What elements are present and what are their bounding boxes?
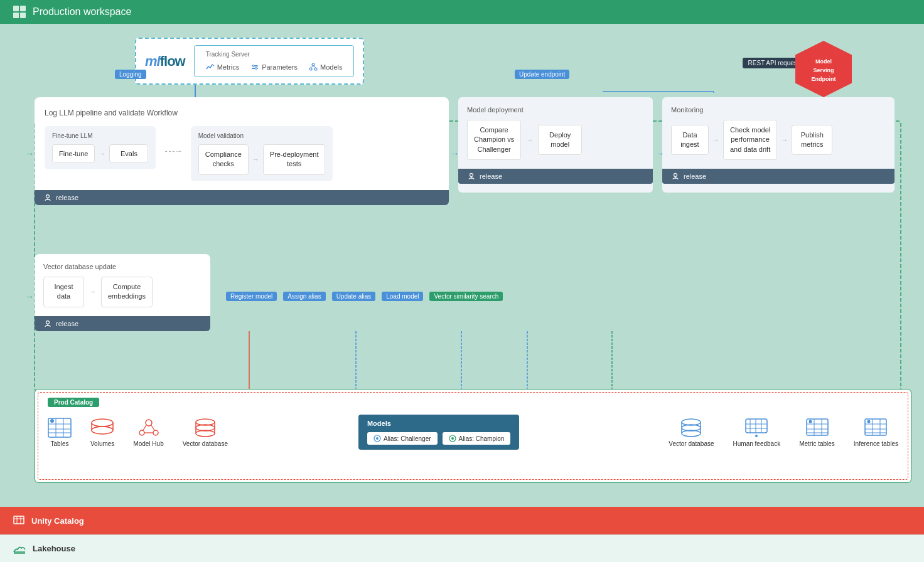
inference-tables-label: Inference tables: [854, 440, 898, 447]
fine-tune-section: Fine-tune LLM Fine-tune → Evals: [45, 126, 156, 169]
svg-point-19: [470, 174, 473, 177]
svg-point-7: [255, 68, 257, 70]
svg-rect-77: [14, 516, 24, 524]
svg-point-37: [139, 430, 144, 435]
register-model-tag: Register model: [226, 292, 277, 301]
dashed-arrow: - - -→: [164, 126, 181, 156]
tables-label: Tables: [51, 440, 69, 447]
mlflow-section: mlflow Tracking Server Metrics Parameter…: [135, 38, 364, 85]
svg-text:Model: Model: [815, 58, 832, 65]
top-bar: Production workspace: [0, 0, 924, 24]
fine-tune-title: Fine-tune LLM: [52, 132, 148, 139]
lakehouse-bar: Lakehouse: [0, 534, 924, 562]
monitoring-release-bar: release: [662, 169, 894, 184]
volumes-label: Volumes: [90, 440, 114, 447]
vector-db-title: Vector database update: [43, 263, 201, 270]
action-tags: Register model Assign alias Update alias…: [226, 292, 503, 301]
lakehouse-title: Lakehouse: [33, 544, 75, 553]
mlflow-logo: mlflow: [145, 53, 185, 70]
prod-catalog-title: Prod Catalog: [48, 398, 99, 407]
svg-point-76: [868, 420, 871, 423]
human-feedback-label: Human feedback: [733, 440, 781, 447]
svg-rect-2: [13, 13, 19, 18]
ingest-data-box: Ingest data: [43, 277, 84, 307]
monitoring-container: Monitoring Data ingest → Check model per…: [662, 97, 894, 193]
publish-metrics-box: Publish metrics: [792, 125, 832, 156]
svg-point-36: [146, 420, 152, 426]
svg-point-31: [50, 419, 54, 423]
evals-box: Evals: [109, 144, 148, 163]
model-validation-title: Model validation: [198, 132, 326, 139]
models-item: Models: [309, 63, 342, 72]
compute-embeddings-box: Compute embeddings: [101, 277, 153, 307]
metrics-item: Metrics: [206, 63, 239, 72]
svg-line-39: [143, 425, 146, 430]
fine-tune-box: Fine-tune: [52, 144, 95, 163]
metric-tables-label: Metric tables: [799, 440, 835, 447]
workflow-title: Log LLM pipeline and validate Workflow: [45, 109, 439, 117]
model-deployment-container: Model deployment Compare Champion vs Cha…: [458, 97, 653, 193]
catalog-human-feedback: Human feedback: [733, 418, 781, 447]
update-alias-tag: Update alias: [332, 292, 376, 301]
prod-catalog-container: Prod Catalog Tables Vo: [35, 389, 911, 483]
alias-champion: Alias: Champion: [443, 432, 511, 445]
alias-row: Alias: Challenger Alias: Champion: [367, 432, 510, 445]
svg-point-21: [674, 174, 677, 177]
catalog-vector-db-right: Vector database: [669, 418, 714, 447]
parameters-item: Parameters: [250, 63, 298, 72]
svg-point-6: [253, 65, 255, 67]
vector-db-update-container: Vector database update Ingest data → Com…: [35, 254, 210, 331]
alias-challenger: Alias: Challenger: [367, 432, 438, 445]
workspace-title: Production workspace: [33, 6, 131, 18]
unity-catalog-title: Unity Catalog: [31, 516, 84, 526]
model-validation-section: Model validation Compliance checks → Pre…: [191, 126, 333, 181]
lakehouse-icon: [13, 543, 26, 554]
models-catalog-box: Models Alias: Challenger Alias: Champion: [358, 415, 519, 450]
vector-database-label: Vector database: [183, 440, 228, 447]
svg-rect-1: [20, 6, 26, 11]
workflow-release-bar: release: [35, 190, 449, 205]
arrow-left-vectordb: →: [25, 292, 34, 302]
check-performance-box: Check model performance and data drift: [723, 120, 777, 160]
svg-point-62: [755, 435, 758, 437]
monitoring-title: Monitoring: [671, 106, 886, 114]
arrow-workflow-deploy: →: [451, 149, 459, 158]
catalog-model-hub: Model Hub: [133, 418, 163, 447]
tracking-server-box: Tracking Server Metrics Parameters Model…: [194, 45, 355, 77]
vector-database-right-label: Vector database: [669, 440, 714, 447]
svg-point-69: [808, 420, 812, 423]
deployment-title: Model deployment: [467, 106, 644, 114]
svg-line-40: [151, 425, 154, 430]
svg-text:Serving: Serving: [813, 67, 834, 73]
tracking-server-label: Tracking Server: [206, 51, 343, 58]
catalog-vector-db: Vector database: [183, 418, 228, 447]
serving-endpoint: Model Serving Endpoint: [795, 41, 852, 103]
pre-deployment-box: Pre-deployment tests: [263, 144, 326, 175]
svg-point-9: [309, 68, 312, 70]
deploy-model-box: Deploy model: [538, 125, 582, 156]
unity-catalog-bar: Unity Catalog: [0, 507, 924, 534]
compliance-checks-box: Compliance checks: [198, 144, 249, 175]
unity-catalog-icon: [13, 514, 25, 527]
data-ingest-box: Data ingest: [671, 125, 709, 156]
model-hub-label: Model Hub: [133, 440, 163, 447]
models-catalog-title: Models: [367, 420, 510, 427]
svg-point-17: [46, 194, 50, 198]
svg-point-8: [312, 63, 314, 66]
svg-point-32: [92, 419, 113, 427]
svg-rect-56: [746, 419, 767, 433]
arrow-deploy-monitoring: →: [656, 149, 664, 158]
update-endpoint-label: Update endpoint: [515, 68, 569, 79]
svg-point-48: [376, 437, 379, 440]
load-model-tag: Load model: [382, 292, 423, 301]
svg-point-23: [46, 321, 50, 324]
svg-point-10: [314, 68, 317, 70]
arrow-left-workflow: →: [25, 149, 34, 159]
catalog-inference-tables: Inference tables: [854, 418, 898, 447]
catalog-tables: Tables: [48, 418, 72, 447]
svg-rect-3: [20, 13, 26, 18]
svg-text:Endpoint: Endpoint: [812, 76, 836, 82]
svg-point-50: [451, 437, 454, 440]
workspace-icon: [13, 5, 26, 19]
vector-db-release-bar: release: [35, 316, 210, 331]
